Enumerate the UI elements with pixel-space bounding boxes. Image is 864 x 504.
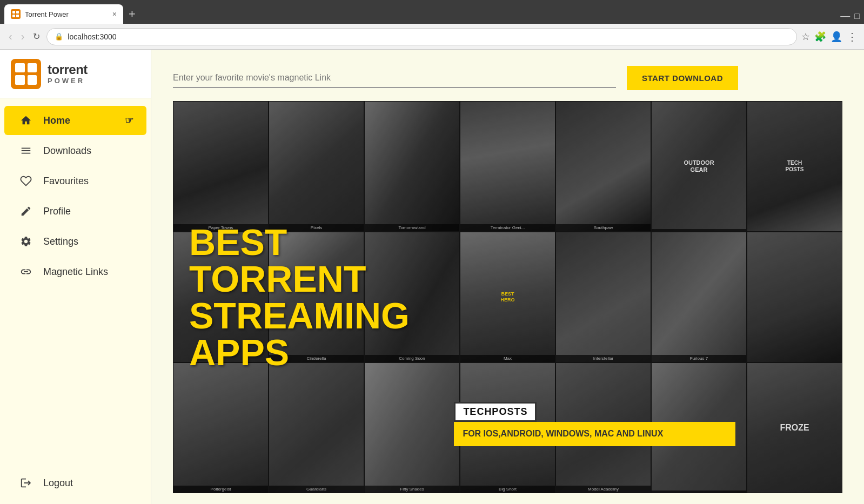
- browser-tab-active[interactable]: Torrent Power ×: [4, 4, 123, 24]
- logout-icon: [17, 477, 35, 489]
- profile-button[interactable]: 👤: [830, 31, 842, 43]
- bookmark-button[interactable]: ☆: [801, 31, 810, 43]
- browser-chrome: Torrent Power × + — □: [0, 0, 864, 24]
- browser-toolbar: ‹ › ↻ 🔒 ☆ 🧩 👤 ⋮: [0, 24, 864, 50]
- logo-icon: [11, 59, 41, 89]
- sidebar: torrent POWER Home ☞ Downloads: [0, 50, 151, 504]
- hero-banner: Paper Towns Pixels Tomorrowland Terminat…: [173, 101, 842, 493]
- sidebar-item-favourites-label: Favourites: [43, 176, 89, 187]
- reload-button[interactable]: ↻: [31, 29, 42, 44]
- logo-torrent-text: torrent: [48, 63, 88, 77]
- forward-button[interactable]: ›: [19, 28, 27, 45]
- secure-icon: 🔒: [55, 32, 63, 41]
- movie-cell-r2c5: Interstellar: [555, 232, 651, 362]
- address-bar[interactable]: 🔒: [46, 28, 797, 45]
- movie-cell: Terminator Geni...: [460, 101, 555, 232]
- start-download-button[interactable]: START DOWNLOAD: [627, 66, 738, 90]
- magnetic-link-input[interactable]: [173, 69, 616, 88]
- profile-icon: [17, 205, 35, 217]
- favourites-icon: [17, 175, 35, 187]
- sidebar-item-downloads[interactable]: Downloads: [4, 136, 146, 165]
- cursor-indicator: ☞: [125, 115, 133, 126]
- sidebar-item-settings[interactable]: Settings: [4, 227, 146, 256]
- sidebar-item-magnetic-links[interactable]: Magnetic Links: [4, 257, 146, 286]
- main-layout: torrent POWER Home ☞ Downloads: [0, 50, 864, 504]
- main-content: START DOWNLOAD Paper Towns Pixels Tomorr…: [151, 50, 864, 504]
- movie-cell-r3c7: FROZE: [747, 362, 842, 493]
- movie-cell-r3c1: Poltergeist: [173, 362, 269, 493]
- settings-icon: [17, 236, 35, 247]
- maximize-button[interactable]: □: [854, 11, 860, 21]
- sidebar-item-profile-label: Profile: [43, 206, 71, 217]
- tab-title: Torrent Power: [25, 10, 108, 18]
- logo-text: torrent POWER: [48, 63, 88, 85]
- movie-cell-r2c3: Coming Soon: [364, 232, 460, 362]
- sidebar-logout[interactable]: Logout: [4, 468, 146, 498]
- sidebar-item-home-label: Home: [43, 115, 70, 126]
- movie-cell: OUTDOORGEAR: [651, 101, 747, 232]
- logo-power-text: POWER: [48, 77, 88, 85]
- sidebar-item-magnetic-links-label: Magnetic Links: [43, 266, 108, 278]
- techposts-subtitle: FOR IOS,ANDROID, WINDOWS, MAC AND LINUX: [463, 428, 726, 440]
- logout-label: Logout: [43, 478, 73, 489]
- movie-cell-r3c2: Guardians: [269, 362, 364, 493]
- menu-button[interactable]: ⋮: [847, 30, 858, 43]
- back-button[interactable]: ‹: [6, 28, 15, 45]
- movie-cell-r2c1: [173, 232, 269, 362]
- movie-cell: Tomorrowland: [364, 101, 460, 232]
- tab-favicon: [11, 9, 21, 19]
- movie-cell: Southpaw: [555, 101, 651, 232]
- movie-cell-r3c3: Fifty Shades: [364, 362, 460, 493]
- sidebar-item-favourites[interactable]: Favourites: [4, 166, 146, 196]
- sidebar-item-downloads-label: Downloads: [43, 145, 91, 157]
- search-bar-area: START DOWNLOAD: [151, 50, 864, 101]
- movie-cell-r2c6: Furious 7: [651, 232, 747, 362]
- home-icon: [17, 115, 35, 126]
- movie-cell-r2c2: Cinderella: [269, 232, 364, 362]
- movie-cell: Paper Towns: [173, 101, 269, 232]
- sidebar-item-settings-label: Settings: [43, 236, 78, 247]
- techposts-box: TECHPOSTS: [454, 402, 537, 422]
- movie-cell: TECHPOSTS: [747, 101, 842, 232]
- techposts-yellow-box: FOR IOS,ANDROID, WINDOWS, MAC AND LINUX: [454, 422, 735, 446]
- sidebar-logo: torrent POWER: [0, 50, 151, 98]
- tab-close-button[interactable]: ×: [112, 10, 117, 18]
- new-tab-button[interactable]: +: [124, 4, 140, 24]
- movie-cell-r2c7: [747, 232, 842, 362]
- movie-cell: Pixels: [269, 101, 364, 232]
- sidebar-item-home[interactable]: Home ☞: [4, 106, 146, 135]
- extensions-button[interactable]: 🧩: [814, 31, 826, 43]
- sidebar-item-profile[interactable]: Profile: [4, 197, 146, 226]
- techposts-banner: TECHPOSTS FOR IOS,ANDROID, WINDOWS, MAC …: [454, 402, 735, 446]
- techposts-label: TECHPOSTS: [463, 406, 527, 418]
- movie-cell-r2c4: BESTHERO Max: [460, 232, 555, 362]
- sidebar-nav: Home ☞ Downloads Favourites Profile: [0, 98, 151, 467]
- minimize-button[interactable]: —: [840, 10, 850, 22]
- magnetic-links-icon: [17, 266, 35, 278]
- downloads-icon: [17, 145, 35, 157]
- address-input[interactable]: [68, 32, 789, 41]
